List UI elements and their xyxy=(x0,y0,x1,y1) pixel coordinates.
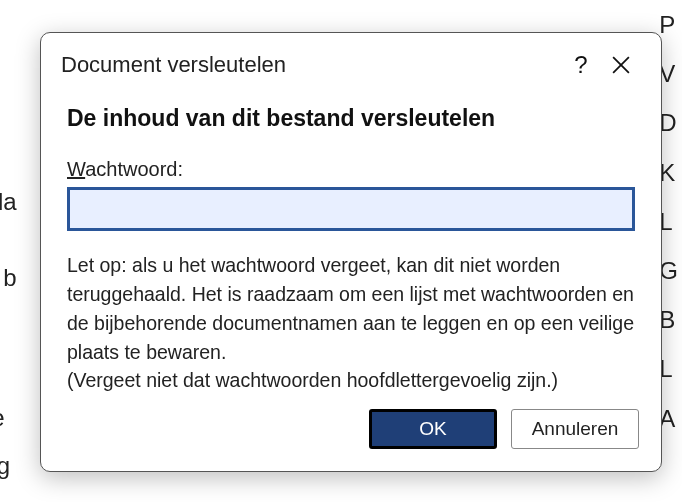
cancel-button[interactable]: Annuleren xyxy=(511,409,639,449)
dialog-titlebar: Document versleutelen ? xyxy=(41,33,661,87)
dialog-body: De inhoud van dit bestand versleutelen W… xyxy=(41,87,661,395)
close-icon xyxy=(612,56,630,74)
bg-right-text: P V D K L G B L A xyxy=(659,0,678,443)
help-icon: ? xyxy=(574,51,587,79)
ok-button[interactable]: OK xyxy=(369,409,497,449)
password-input[interactable] xyxy=(67,187,635,231)
help-button[interactable]: ? xyxy=(561,47,601,83)
dialog-title: Document versleutelen xyxy=(61,52,561,78)
bg-left-text: ec e da an b ere opg xyxy=(0,130,17,490)
password-label: Wachtwoord: xyxy=(67,158,635,181)
warning-text: Let op: als u het wachtwoord vergeet, ka… xyxy=(67,251,635,395)
encrypt-document-dialog: Document versleutelen ? De inhoud van di… xyxy=(40,32,662,472)
dialog-buttons: OK Annuleren xyxy=(41,395,661,471)
dialog-heading: De inhoud van dit bestand versleutelen xyxy=(67,105,635,132)
close-button[interactable] xyxy=(601,47,641,83)
